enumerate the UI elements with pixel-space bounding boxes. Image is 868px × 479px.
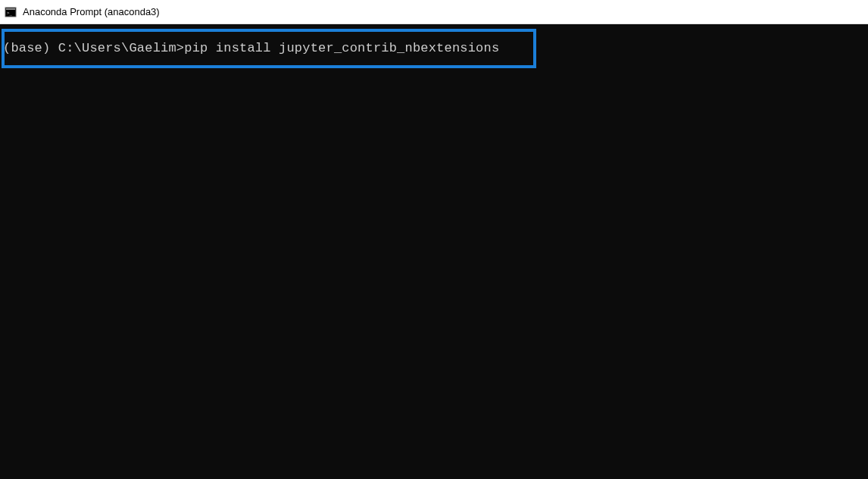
terminal-prompt: (base) C:\Users\Gaelim>: [3, 41, 184, 55]
terminal-icon: >_: [5, 6, 17, 18]
window-title-bar[interactable]: >_ Anaconda Prompt (anaconda3): [0, 0, 868, 24]
svg-text:>_: >_: [7, 10, 13, 16]
terminal-command: pip install jupyter_contrib_nbextensions: [184, 41, 499, 55]
terminal-body[interactable]: (base) C:\Users\Gaelim>pip install jupyt…: [0, 24, 868, 479]
terminal-line: (base) C:\Users\Gaelim>pip install jupyt…: [0, 30, 868, 55]
window-title: Anaconda Prompt (anaconda3): [23, 6, 160, 17]
